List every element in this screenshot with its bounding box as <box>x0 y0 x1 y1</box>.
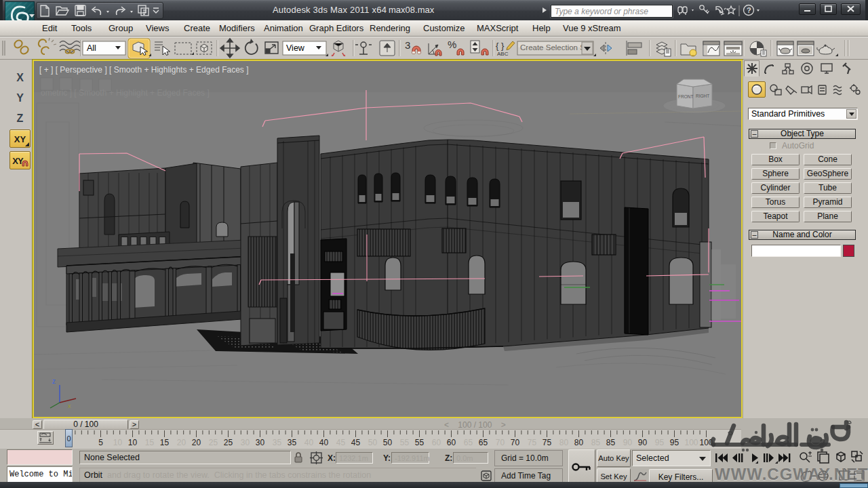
svg-text:45: 45 <box>336 438 346 447</box>
svg-text:55: 55 <box>400 438 410 447</box>
svg-text:10: 10 <box>113 438 123 447</box>
svg-text:85: 85 <box>606 438 616 447</box>
svg-text:65: 65 <box>464 438 473 447</box>
svg-text:View: View <box>286 43 305 53</box>
svg-text:40: 40 <box>319 438 329 447</box>
svg-text:10: 10 <box>128 438 138 447</box>
svg-text:x: x <box>68 403 71 409</box>
svg-text:20: 20 <box>192 438 201 447</box>
svg-text:75: 75 <box>542 438 552 447</box>
svg-text:{ }: { } <box>496 41 505 51</box>
svg-text:FRONT: FRONT <box>678 94 693 99</box>
svg-text:ABC: ABC <box>497 51 509 57</box>
svg-text:35: 35 <box>273 438 282 447</box>
svg-text:%: % <box>448 39 456 50</box>
svg-text:70: 70 <box>511 438 520 447</box>
svg-text:75: 75 <box>528 438 537 447</box>
svg-text:80: 80 <box>574 438 584 447</box>
svg-text:95: 95 <box>655 438 665 447</box>
svg-text:?: ? <box>747 6 751 14</box>
svg-text:65: 65 <box>479 438 488 447</box>
svg-text:25: 25 <box>224 438 233 447</box>
svg-text:5: 5 <box>98 438 103 447</box>
svg-text:30: 30 <box>256 438 265 447</box>
svg-text:40: 40 <box>304 438 314 447</box>
svg-text:90: 90 <box>623 438 633 447</box>
svg-text:50: 50 <box>383 438 393 447</box>
svg-text:90: 90 <box>638 438 648 447</box>
svg-text:25: 25 <box>209 438 218 447</box>
svg-text:45: 45 <box>351 438 361 447</box>
svg-text:85: 85 <box>591 438 601 447</box>
svg-text:15: 15 <box>160 438 170 447</box>
svg-text:55: 55 <box>415 438 425 447</box>
svg-text:Create Selection Se: Create Selection Se <box>520 43 589 52</box>
svg-text:60: 60 <box>447 438 456 447</box>
svg-text:20: 20 <box>177 438 186 447</box>
svg-text:15: 15 <box>145 438 155 447</box>
svg-text:60: 60 <box>432 438 441 447</box>
svg-text:80: 80 <box>559 438 569 447</box>
svg-text:95: 95 <box>670 438 679 447</box>
svg-text:30: 30 <box>241 438 250 447</box>
svg-text:70: 70 <box>496 438 505 447</box>
svg-text:35: 35 <box>288 438 297 447</box>
svg-text:All: All <box>87 43 96 53</box>
svg-text:3: 3 <box>405 39 410 51</box>
svg-text:RIGHT: RIGHT <box>696 94 709 98</box>
svg-text:50: 50 <box>368 438 378 447</box>
svg-text:z: z <box>52 378 56 385</box>
